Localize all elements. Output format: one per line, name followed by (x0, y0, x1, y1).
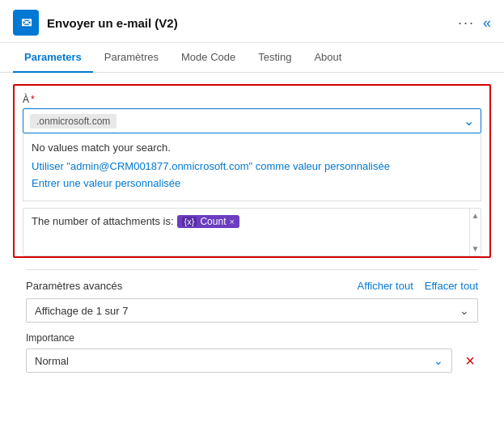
effacer-tout-link[interactable]: Effacer tout (425, 280, 478, 292)
section-divider (26, 269, 478, 270)
params-advanced-row: Paramètres avancés Afficher tout Effacer… (26, 280, 478, 292)
header-actions: ··· « (458, 15, 491, 32)
to-dropdown-input[interactable]: .onmicrosoft.com ⌄ (23, 108, 481, 133)
afficher-tout-link[interactable]: Afficher tout (358, 280, 413, 292)
to-label: À* (23, 94, 481, 105)
header-left: ✉ Envoyer un e-mail (V2) (13, 10, 178, 36)
dropdown-panel: No values match your search. Utiliser "a… (23, 133, 481, 201)
app-icon: ✉ (13, 10, 39, 36)
affichage-value: Affichage de 1 sur 7 (35, 305, 460, 317)
affichage-select[interactable]: Affichage de 1 sur 7 ⌄ (26, 298, 478, 323)
form-section: À* .onmicrosoft.com ⌄ No values match yo… (13, 84, 491, 258)
params-actions: Afficher tout Effacer tout (358, 280, 478, 292)
tabs-bar: Parameters Paramètres Mode Code Testing … (0, 43, 504, 73)
body-field[interactable]: The number of attachments is: {x} Count … (23, 208, 481, 256)
close-importance-button[interactable]: × (462, 352, 478, 370)
params-advanced-label: Paramètres avancés (26, 280, 122, 292)
more-options-icon[interactable]: ··· (458, 15, 475, 32)
header-title: Envoyer un e-mail (V2) (47, 16, 178, 30)
importance-select[interactable]: Normal ⌄ (26, 348, 452, 373)
body-text-prefix: The number of attachments is: (32, 215, 174, 227)
count-badge: {x} Count × (177, 215, 239, 228)
email-pill: .onmicrosoft.com (30, 114, 116, 129)
count-badge-close[interactable]: × (229, 217, 234, 226)
main-content: À* .onmicrosoft.com ⌄ No values match yo… (0, 73, 504, 384)
count-badge-icon: {x} (182, 217, 197, 226)
importance-field: Importance Normal ⌄ × (26, 332, 478, 373)
tab-parameters[interactable]: Parameters (13, 43, 93, 73)
collapse-icon[interactable]: « (483, 15, 491, 32)
tab-mode-code[interactable]: Mode Code (170, 43, 247, 73)
enter-custom-value-link[interactable]: Entrer une valeur personnalisée (32, 177, 472, 189)
dropdown-chevron-icon[interactable]: ⌄ (464, 113, 474, 129)
importance-label: Importance (26, 332, 478, 344)
count-badge-label: Count (200, 216, 226, 227)
header: ✉ Envoyer un e-mail (V2) ··· « (0, 0, 504, 43)
tab-about[interactable]: About (303, 43, 353, 73)
no-match-text: No values match your search. (32, 141, 472, 154)
importance-value: Normal (35, 355, 434, 367)
scroll-down-icon[interactable]: ▼ (472, 242, 480, 256)
scroll-up-icon[interactable]: ▲ (472, 209, 480, 222)
importance-chevron-icon: ⌄ (434, 354, 443, 367)
tab-testing[interactable]: Testing (247, 43, 303, 73)
affichage-chevron-icon: ⌄ (460, 304, 469, 317)
body-scrollbar[interactable]: ▲ ▼ (469, 209, 481, 256)
use-custom-value-link[interactable]: Utiliser "admin@CRM001877.onmicrosoft.co… (32, 160, 472, 172)
bottom-section: Paramètres avancés Afficher tout Effacer… (13, 269, 491, 373)
tab-parametres[interactable]: Paramètres (93, 43, 170, 73)
